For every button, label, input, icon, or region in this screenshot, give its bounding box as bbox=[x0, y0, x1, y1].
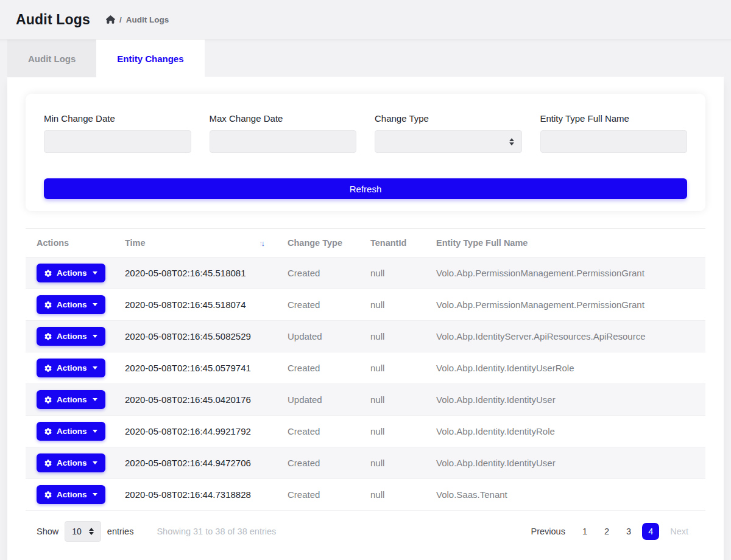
cell-change-type: Created bbox=[277, 447, 359, 479]
table-row: Actions 2020-05-08T02:16:44.7318828 Crea… bbox=[26, 479, 705, 511]
caret-down-icon bbox=[93, 461, 97, 464]
pagination-page-1[interactable]: 1 bbox=[576, 524, 593, 539]
cell-change-type: Created bbox=[277, 257, 359, 289]
gear-icon bbox=[44, 365, 52, 372]
pagination: Previous 1 2 3 4 Next bbox=[525, 523, 694, 540]
entity-type-full-name-input[interactable] bbox=[540, 130, 688, 153]
table-row: Actions 2020-05-08T02:16:45.0579741 Crea… bbox=[26, 352, 705, 384]
row-actions-button[interactable]: Actions bbox=[37, 264, 105, 282]
tab-strip: Audit Logs Entity Changes bbox=[0, 39, 731, 77]
page-size-select[interactable]: 10 bbox=[65, 521, 101, 542]
cell-entity-type: Volo.Abp.Identity.IdentityUser bbox=[425, 447, 705, 479]
cell-time: 2020-05-08T02:16:44.9921792 bbox=[114, 416, 277, 447]
refresh-button[interactable]: Refresh bbox=[44, 178, 687, 199]
table-row: Actions 2020-05-08T02:16:45.518081 Creat… bbox=[26, 257, 705, 289]
row-actions-button[interactable]: Actions bbox=[37, 485, 105, 504]
cell-change-type: Created bbox=[277, 416, 359, 447]
cell-entity-type: Volo.Abp.PermissionManagement.Permission… bbox=[425, 257, 705, 289]
pagination-next[interactable]: Next bbox=[664, 524, 694, 539]
breadcrumb: / Audit Logs bbox=[106, 15, 169, 24]
table-footer: Show 10 entries Showing 31 to 38 of 38 e… bbox=[26, 511, 705, 545]
gear-icon bbox=[44, 396, 52, 404]
cell-time: 2020-05-08T02:16:45.518081 bbox=[114, 257, 277, 289]
max-change-date-label: Max Change Date bbox=[210, 113, 357, 124]
pagination-previous[interactable]: Previous bbox=[525, 524, 571, 539]
cell-time: 2020-05-08T02:16:45.5082529 bbox=[114, 321, 277, 352]
cell-tenantid: null bbox=[359, 321, 425, 352]
max-change-date-input[interactable] bbox=[210, 130, 357, 153]
filter-entity-type-full-name: Entity Type Full Name bbox=[540, 113, 688, 153]
breadcrumb-separator: / bbox=[119, 15, 122, 24]
gear-icon bbox=[44, 491, 52, 499]
min-change-date-input[interactable] bbox=[44, 130, 191, 153]
table-header-row: Actions Time ↑↓ Change Type TenantId Ent… bbox=[26, 229, 705, 257]
filter-card: Min Change Date Max Change Date Change T… bbox=[26, 94, 705, 211]
cell-time: 2020-05-08T02:16:45.518074 bbox=[114, 289, 277, 321]
page-header: Audit Logs / Audit Logs bbox=[0, 0, 731, 39]
cell-entity-type: Volo.Abp.IdentityServer.ApiResources.Api… bbox=[425, 321, 705, 352]
show-label: Show bbox=[37, 527, 58, 536]
column-header-entity-type: Entity Type Full Name bbox=[425, 229, 705, 257]
entries-summary: Showing 31 to 38 of 38 entries bbox=[157, 527, 276, 536]
caret-down-icon bbox=[93, 303, 97, 306]
cell-tenantid: null bbox=[359, 289, 425, 321]
breadcrumb-current: Audit Logs bbox=[126, 15, 169, 24]
filter-change-type: Change Type bbox=[375, 113, 522, 153]
caret-down-icon bbox=[93, 271, 97, 275]
cell-tenantid: null bbox=[359, 447, 425, 479]
caret-down-icon bbox=[93, 430, 97, 433]
caret-down-icon bbox=[93, 493, 97, 496]
row-actions-button[interactable]: Actions bbox=[37, 295, 105, 314]
table-row: Actions 2020-05-08T02:16:44.9921792 Crea… bbox=[26, 416, 705, 447]
main-panel: Min Change Date Max Change Date Change T… bbox=[7, 77, 724, 560]
row-actions-button[interactable]: Actions bbox=[37, 327, 105, 346]
cell-time: 2020-05-08T02:16:45.0579741 bbox=[114, 352, 277, 384]
pagination-page-4[interactable]: 4 bbox=[642, 523, 659, 540]
tab-entity-changes[interactable]: Entity Changes bbox=[96, 40, 204, 77]
column-header-actions: Actions bbox=[26, 229, 114, 257]
tab-audit-logs[interactable]: Audit Logs bbox=[7, 40, 96, 77]
row-actions-button[interactable]: Actions bbox=[37, 390, 105, 409]
entries-label: entries bbox=[107, 527, 134, 536]
caret-down-icon bbox=[93, 398, 97, 401]
select-arrows-icon bbox=[89, 528, 94, 535]
table-row: Actions 2020-05-08T02:16:44.9472706 Crea… bbox=[26, 447, 705, 479]
gear-icon bbox=[44, 333, 52, 340]
cell-entity-type: Volo.Abp.Identity.IdentityRole bbox=[425, 416, 705, 447]
pagination-page-2[interactable]: 2 bbox=[598, 524, 615, 539]
cell-entity-type: Volo.Saas.Tenant bbox=[425, 479, 705, 511]
cell-tenantid: null bbox=[359, 479, 425, 511]
column-header-time[interactable]: Time ↑↓ bbox=[114, 229, 277, 257]
home-icon[interactable] bbox=[106, 15, 115, 24]
cell-change-type: Created bbox=[277, 479, 359, 511]
column-header-tenantid: TenantId bbox=[359, 229, 425, 257]
cell-entity-type: Volo.Abp.PermissionManagement.Permission… bbox=[425, 289, 705, 321]
change-type-select[interactable] bbox=[375, 130, 522, 153]
caret-down-icon bbox=[93, 366, 97, 369]
entity-type-full-name-label: Entity Type Full Name bbox=[540, 113, 688, 124]
cell-tenantid: null bbox=[359, 257, 425, 289]
gear-icon bbox=[44, 428, 52, 435]
gear-icon bbox=[44, 270, 52, 277]
cell-change-type: Created bbox=[277, 352, 359, 384]
caret-down-icon bbox=[93, 335, 97, 338]
row-actions-button[interactable]: Actions bbox=[37, 359, 105, 377]
row-actions-button[interactable]: Actions bbox=[37, 453, 105, 472]
filter-max-change-date: Max Change Date bbox=[210, 113, 357, 153]
column-header-change-type: Change Type bbox=[277, 229, 359, 257]
page-size-value: 10 bbox=[72, 527, 82, 536]
page-title: Audit Logs bbox=[16, 12, 90, 28]
cell-time: 2020-05-08T02:16:45.0420176 bbox=[114, 384, 277, 416]
cell-change-type: Created bbox=[277, 289, 359, 321]
cell-time: 2020-05-08T02:16:44.9472706 bbox=[114, 447, 277, 479]
gear-icon bbox=[44, 460, 52, 467]
cell-tenantid: null bbox=[359, 352, 425, 384]
cell-entity-type: Volo.Abp.Identity.IdentityUser bbox=[425, 384, 705, 416]
row-actions-button[interactable]: Actions bbox=[37, 422, 105, 441]
pagination-page-3[interactable]: 3 bbox=[620, 524, 637, 539]
change-type-label: Change Type bbox=[375, 113, 522, 124]
sort-icon[interactable]: ↑↓ bbox=[259, 239, 266, 248]
cell-entity-type: Volo.Abp.Identity.IdentityUserRole bbox=[425, 352, 705, 384]
entity-changes-table: Actions Time ↑↓ Change Type TenantId Ent… bbox=[26, 228, 705, 511]
cell-tenantid: null bbox=[359, 384, 425, 416]
